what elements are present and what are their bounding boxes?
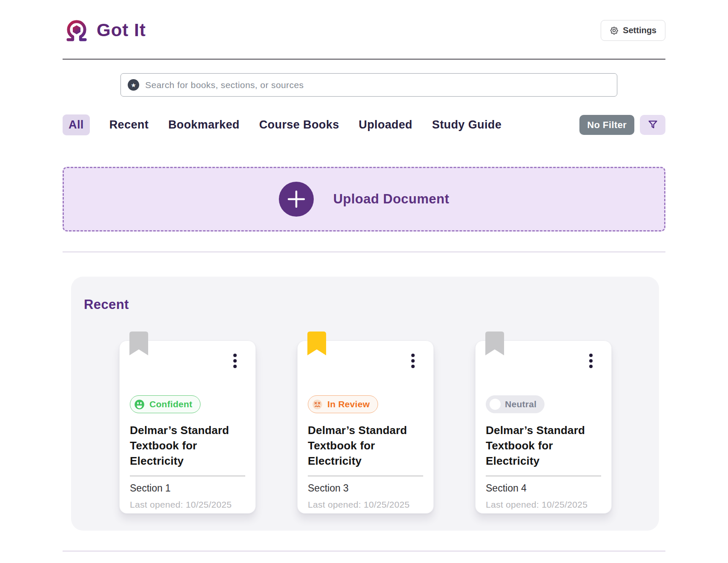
recent-section: Recent (71, 277, 659, 531)
funnel-icon (647, 119, 659, 131)
bookmark-ribbon-icon[interactable] (129, 332, 148, 355)
card-divider (308, 476, 423, 476)
book-card-section-4[interactable]: Neutral Delmar’s Standard Textbook for E… (475, 340, 612, 514)
tab-course-books[interactable]: Course Books (259, 118, 339, 131)
kebab-menu-icon[interactable] (232, 352, 238, 370)
status-badge-label: In Review (327, 399, 370, 409)
search-bar: ★ (120, 73, 617, 97)
confounded-face-icon (312, 399, 323, 410)
settings-button-label: Settings (623, 26, 656, 35)
tab-recent[interactable]: Recent (109, 118, 149, 131)
last-opened-date: Last opened: 10/25/2025 (486, 500, 601, 510)
tab-study-guide[interactable]: Study Guide (432, 118, 502, 131)
book-card-section-1[interactable]: Confident Delmar’s Standard Textbook for… (119, 340, 256, 514)
no-filter-button[interactable]: No Filter (579, 115, 634, 135)
plus-icon (279, 182, 314, 217)
book-section: Section 4 (486, 483, 601, 494)
section-divider-top (63, 251, 665, 252)
app-title: Got It (97, 20, 146, 40)
status-badge: Confident (130, 395, 201, 413)
status-badge-label: Neutral (505, 399, 536, 409)
bookmark-ribbon-icon[interactable] (485, 332, 504, 355)
tab-all[interactable]: All (63, 114, 90, 135)
search-input[interactable] (145, 80, 610, 90)
card-divider (130, 476, 245, 476)
book-title: Delmar’s Standard Textbook for Electrici… (308, 423, 423, 469)
gear-icon (610, 26, 619, 35)
book-section: Section 1 (130, 483, 245, 494)
kebab-menu-icon[interactable] (410, 352, 416, 370)
blank-circle-icon (490, 399, 501, 410)
upload-document-dropzone[interactable]: Upload Document (63, 167, 665, 231)
filter-tabs: All Recent Bookmarked Course Books Uploa… (63, 114, 665, 135)
header-divider (63, 59, 665, 60)
recent-cards-row: Confident Delmar’s Standard Textbook for… (119, 340, 612, 514)
recent-section-title: Recent (84, 297, 659, 312)
kebab-menu-icon[interactable] (588, 352, 594, 370)
status-badge-label: Confident (149, 399, 192, 409)
omega-hexagon-logo-icon (63, 17, 91, 43)
tab-uploaded[interactable]: Uploaded (359, 118, 413, 131)
last-opened-date: Last opened: 10/25/2025 (130, 500, 245, 510)
section-divider-bottom (63, 551, 665, 552)
book-title: Delmar’s Standard Textbook for Electrici… (130, 423, 245, 469)
bookmark-ribbon-icon[interactable] (307, 332, 326, 355)
last-opened-date: Last opened: 10/25/2025 (308, 500, 423, 510)
status-badge: Neutral (486, 395, 545, 413)
book-title: Delmar’s Standard Textbook for Electrici… (486, 423, 601, 469)
filter-button[interactable] (640, 115, 665, 135)
card-divider (486, 476, 601, 476)
app-logo[interactable]: Got It (63, 17, 146, 43)
smiley-face-icon (134, 399, 145, 410)
tab-bookmarked[interactable]: Bookmarked (168, 118, 240, 131)
status-badge: In Review (308, 395, 378, 413)
book-section: Section 3 (308, 483, 423, 494)
header: Got It Settings (63, 17, 665, 43)
book-card-section-3[interactable]: In Review Delmar’s Standard Textbook for… (297, 340, 434, 514)
star-circle-icon: ★ (128, 79, 139, 91)
settings-button[interactable]: Settings (601, 20, 665, 41)
upload-document-label: Upload Document (333, 191, 450, 207)
